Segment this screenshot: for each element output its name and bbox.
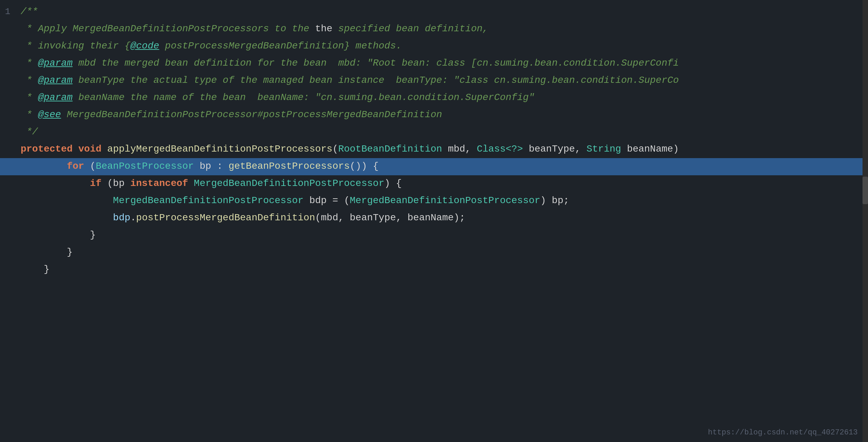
code-line: } bbox=[0, 227, 868, 244]
code-segment: * bbox=[21, 109, 38, 120]
code-segment: void bbox=[78, 144, 101, 154]
code-line: * Apply MergedBeanDefinitionPostProcesso… bbox=[0, 21, 868, 38]
code-segment: bp : bbox=[194, 161, 229, 172]
code-segment: @code bbox=[130, 41, 159, 51]
line-text: } bbox=[17, 245, 868, 260]
code-segment: @see bbox=[38, 109, 61, 120]
line-text: */ bbox=[17, 124, 868, 140]
code-segment: String bbox=[587, 144, 621, 154]
scrollbar-thumb[interactable] bbox=[863, 177, 868, 204]
code-line: * @param mbd the merged bean definition … bbox=[0, 55, 868, 72]
code-segment: Apply MergedBeanDefinitionPostProcessors… bbox=[38, 23, 309, 34]
code-segment: * bbox=[21, 92, 38, 103]
line-text: * @param mbd the merged bean definition … bbox=[17, 56, 868, 71]
code-segment: beanName the name of the bean beanName: … bbox=[73, 92, 534, 103]
url-bar: https://blog.csdn.net/qq_40272613 bbox=[708, 427, 858, 439]
line-text: * @param beanName the name of the bean b… bbox=[17, 90, 868, 106]
code-segment: protected bbox=[21, 144, 73, 154]
code-segment bbox=[21, 195, 113, 206]
code-line: } bbox=[0, 244, 868, 261]
code-segment: } bbox=[21, 230, 96, 240]
line-text: } bbox=[17, 262, 868, 277]
line-number: 1 bbox=[0, 5, 17, 19]
code-line: 1/** bbox=[0, 3, 868, 21]
code-line: } bbox=[0, 261, 868, 278]
code-segment: MergedBeanDefinitionPostProcessor#postPr… bbox=[61, 109, 442, 120]
line-text: /** bbox=[17, 4, 868, 20]
code-segment bbox=[21, 178, 90, 189]
line-text: * @param beanType the actual type of the… bbox=[17, 73, 868, 88]
code-segment: instanceof bbox=[130, 178, 188, 189]
line-text: * Apply MergedBeanDefinitionPostProcesso… bbox=[17, 21, 868, 37]
code-segment bbox=[21, 212, 113, 223]
line-text: * invoking their {@code postProcessMerge… bbox=[17, 38, 868, 54]
code-segment: beanType, bbox=[523, 144, 587, 154]
code-segment: */ bbox=[21, 126, 38, 137]
code-line: if (bp instanceof MergedBeanDefinitionPo… bbox=[0, 175, 868, 192]
line-text: MergedBeanDefinitionPostProcessor bdp = … bbox=[17, 193, 868, 209]
code-segment: postProcessMergedBeanDefinition} methods… bbox=[159, 41, 402, 51]
code-segment: for bbox=[67, 161, 84, 172]
line-text: if (bp instanceof MergedBeanDefinitionPo… bbox=[17, 176, 868, 191]
code-segment: specified bean definition, bbox=[332, 23, 488, 34]
code-segment: RootBeanDefinition bbox=[338, 144, 442, 154]
code-segment bbox=[73, 144, 78, 154]
code-segment: ( bbox=[332, 144, 338, 154]
code-segment: . bbox=[130, 212, 136, 223]
code-segment: * bbox=[21, 23, 38, 34]
code-segment: MergedBeanDefinitionPostProcessor bbox=[350, 195, 541, 206]
code-segment: mbd, bbox=[442, 144, 477, 154]
code-editor: 1/** * Apply MergedBeanDefinitionPostPro… bbox=[0, 0, 868, 442]
code-line: * @see MergedBeanDefinitionPostProcessor… bbox=[0, 107, 868, 124]
code-segment: the bbox=[309, 23, 332, 34]
code-segment: * invoking their { bbox=[21, 41, 130, 51]
code-line: bdp.postProcessMergedBeanDefinition(mbd,… bbox=[0, 210, 868, 227]
code-segment bbox=[21, 161, 67, 172]
code-segment: @param bbox=[38, 58, 73, 68]
code-segment: MergedBeanDefinitionPostProcessor bbox=[194, 178, 385, 189]
code-segment: (mbd, beanType, beanName); bbox=[315, 212, 465, 223]
line-text: * @see MergedBeanDefinitionPostProcessor… bbox=[17, 107, 868, 123]
code-line: * @param beanName the name of the bean b… bbox=[0, 89, 868, 107]
scrollbar[interactable] bbox=[863, 0, 868, 442]
code-segment: } bbox=[21, 247, 73, 257]
code-segment: ( bbox=[84, 161, 96, 172]
code-segment: getBeanPostProcessors bbox=[229, 161, 350, 172]
code-segment: MergedBeanDefinitionPostProcessor bbox=[113, 195, 304, 206]
code-segment: ()) { bbox=[350, 161, 379, 172]
code-segment: /** bbox=[21, 6, 38, 17]
code-segment: @param bbox=[38, 92, 73, 103]
code-line: protected void applyMergedBeanDefinition… bbox=[0, 141, 868, 158]
line-text: } bbox=[17, 228, 868, 243]
line-text: bdp.postProcessMergedBeanDefinition(mbd,… bbox=[17, 210, 868, 226]
code-segment: BeanPostProcessor bbox=[96, 161, 194, 172]
code-segment: applyMergedBeanDefinitionPostProcessors bbox=[107, 144, 332, 154]
code-segment: Class<?> bbox=[477, 144, 523, 154]
code-segment bbox=[101, 144, 107, 154]
code-segment: beanType the actual type of the managed … bbox=[73, 75, 679, 86]
code-segment: * bbox=[21, 75, 38, 86]
code-segment: bdp = ( bbox=[303, 195, 349, 206]
code-segment: bdp bbox=[113, 212, 130, 223]
code-line: */ bbox=[0, 124, 868, 141]
code-segment: beanName) bbox=[621, 144, 679, 154]
line-text: for (BeanPostProcessor bp : getBeanPostP… bbox=[17, 159, 868, 174]
code-segment bbox=[188, 178, 194, 189]
code-segment: ) bp; bbox=[540, 195, 569, 206]
line-text: protected void applyMergedBeanDefinition… bbox=[17, 142, 868, 157]
code-segment: @param bbox=[38, 75, 73, 86]
code-content: 1/** * Apply MergedBeanDefinitionPostPro… bbox=[0, 3, 868, 278]
code-segment: } bbox=[21, 264, 49, 275]
code-segment: * bbox=[21, 58, 38, 68]
code-line: * @param beanType the actual type of the… bbox=[0, 72, 868, 89]
code-line: * invoking their {@code postProcessMerge… bbox=[0, 38, 868, 55]
code-line: for (BeanPostProcessor bp : getBeanPostP… bbox=[0, 158, 868, 175]
code-segment: (bp bbox=[101, 178, 130, 189]
code-segment: ) { bbox=[385, 178, 402, 189]
code-segment: if bbox=[90, 178, 102, 189]
code-segment: postProcessMergedBeanDefinition bbox=[136, 212, 315, 223]
code-segment: mbd the merged bean definition for the b… bbox=[73, 58, 679, 68]
code-line: MergedBeanDefinitionPostProcessor bdp = … bbox=[0, 192, 868, 210]
